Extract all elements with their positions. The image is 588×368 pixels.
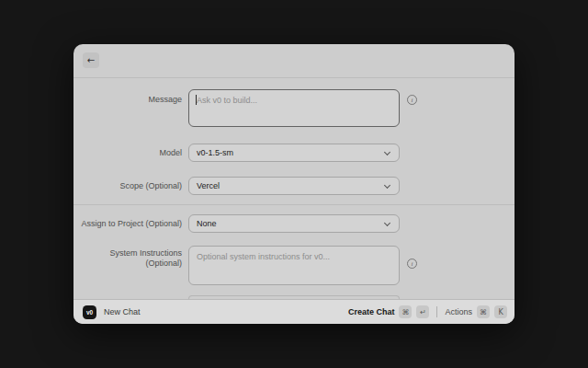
actions-button[interactable]: Actions <box>445 307 472 316</box>
system-instructions-info-icon[interactable]: i <box>407 259 417 269</box>
project-dropdown[interactable]: None <box>188 214 400 233</box>
model-label: Model <box>81 148 182 158</box>
message-field[interactable] <box>188 89 400 127</box>
footer-divider <box>436 306 437 317</box>
system-instructions-label: System Instructions (Optional) <box>81 248 182 269</box>
text-cursor <box>196 95 197 105</box>
model-dropdown[interactable]: v0-1.5-sm <box>188 144 400 162</box>
new-chat-window: ← Message i Model v0-1.5-sm Scope (Optio… <box>74 44 514 324</box>
chevron-down-icon <box>385 221 390 226</box>
project-value: None <box>189 219 385 228</box>
system-instructions-field[interactable] <box>188 246 400 285</box>
command-title: New Chat <box>104 307 141 316</box>
scope-value: Vercel <box>189 181 385 190</box>
message-input[interactable] <box>189 90 399 126</box>
enter-key-icon: ↵ <box>416 305 429 318</box>
message-label: Message <box>81 95 182 105</box>
model-value: v0-1.5-sm <box>189 148 385 157</box>
project-label: Assign to Project (Optional) <box>81 219 182 229</box>
cmd-key-icon: ⌘ <box>477 305 490 318</box>
window-header: ← <box>74 44 514 78</box>
k-key-icon: K <box>494 305 507 318</box>
scope-dropdown[interactable]: Vercel <box>188 177 400 195</box>
v0-logo-icon: v0 <box>83 305 96 319</box>
chevron-down-icon <box>385 183 390 189</box>
window-footer: v0 New Chat Create Chat ⌘ ↵ Actions ⌘ K <box>74 299 514 324</box>
section-divider <box>74 204 514 205</box>
message-info-icon[interactable]: i <box>407 95 417 105</box>
back-button[interactable]: ← <box>83 52 99 68</box>
system-instructions-input[interactable] <box>189 247 399 284</box>
chevron-down-icon <box>385 150 390 155</box>
cmd-key-icon: ⌘ <box>399 305 412 318</box>
back-arrow-icon: ← <box>87 55 95 65</box>
create-chat-button[interactable]: Create Chat <box>348 307 395 316</box>
scope-label: Scope (Optional) <box>81 181 182 191</box>
